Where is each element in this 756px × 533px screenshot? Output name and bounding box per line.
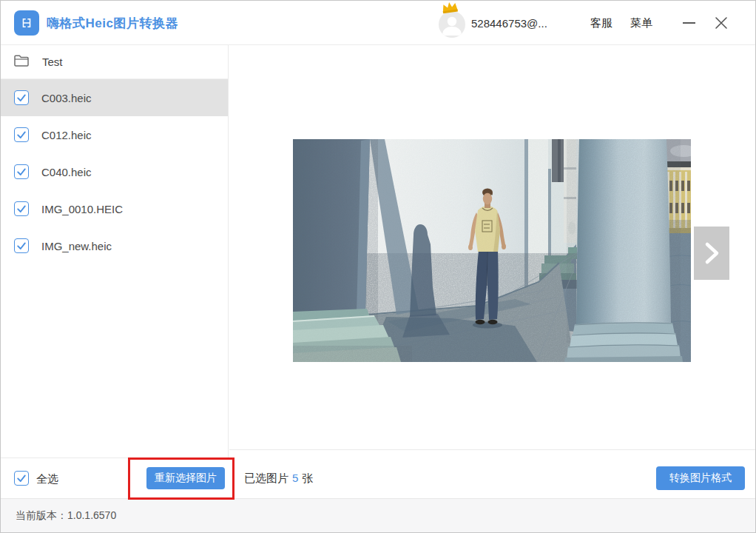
header: 嗨格式Heic图片转换器 528446753@... 客服 菜单 [1,1,755,45]
file-row-c012[interactable]: C012.heic [1,116,228,153]
file-name: C012.heic [41,129,92,141]
count-suffix: 张 [302,472,313,484]
folder-row[interactable]: Test [1,45,228,79]
file-checkbox[interactable] [14,238,29,253]
account-name[interactable]: 528446753@... [471,1,547,45]
version-text: 当前版本：1.0.1.6570 [16,509,116,523]
file-row-img0010[interactable]: IMG_0010.HEIC [1,190,228,227]
select-all-checkbox[interactable] [14,471,29,486]
file-checkbox[interactable] [14,90,29,105]
folder-icon [13,53,30,70]
minimize-button[interactable] [675,10,702,36]
file-checkbox[interactable] [14,201,29,216]
minimize-icon [683,22,695,24]
close-button[interactable] [708,10,735,36]
file-name: C040.heic [41,166,92,178]
chevron-right-icon [701,238,722,268]
app-title: 嗨格式Heic图片转换器 [47,1,178,45]
support-link[interactable]: 客服 [590,1,612,45]
selected-count: 已选图片5张 [244,472,313,486]
convert-button[interactable]: 转换图片格式 [656,466,745,490]
app-logo-icon [14,10,39,36]
reselect-images-button[interactable]: 重新选择图片 [146,467,225,489]
photo-preview [293,139,691,362]
folder-name: Test [42,56,63,68]
next-image-button[interactable] [694,227,729,280]
app-window: 嗨格式Heic图片转换器 528446753@... 客服 菜单 [0,0,756,533]
file-name: C003.heic [41,92,92,104]
menu-link[interactable]: 菜单 [630,1,652,45]
bottom-bar-right: 已选图片5张 转换图片格式 [229,449,756,498]
file-name: IMG_0010.HEIC [41,203,123,215]
file-checkbox[interactable] [14,164,29,179]
version-label: 当前版本： [16,509,67,521]
close-icon [714,16,729,30]
count-value: 5 [292,472,298,484]
file-checkbox[interactable] [14,127,29,142]
count-prefix: 已选图片 [244,472,288,484]
footer: 当前版本：1.0.1.6570 [1,498,755,533]
file-row-imgnew[interactable]: IMG_new.heic [1,227,228,264]
avatar[interactable] [439,11,465,38]
select-all-label: 全选 [36,472,58,486]
file-row-c040[interactable]: C040.heic [1,153,228,190]
file-list-sidebar: Test C003.heic C012.heic C040.heic IMG_0… [1,45,229,457]
file-row-c003[interactable]: C003.heic [1,79,228,116]
version-value: 1.0.1.6570 [67,509,116,521]
file-name: IMG_new.heic [41,240,112,252]
